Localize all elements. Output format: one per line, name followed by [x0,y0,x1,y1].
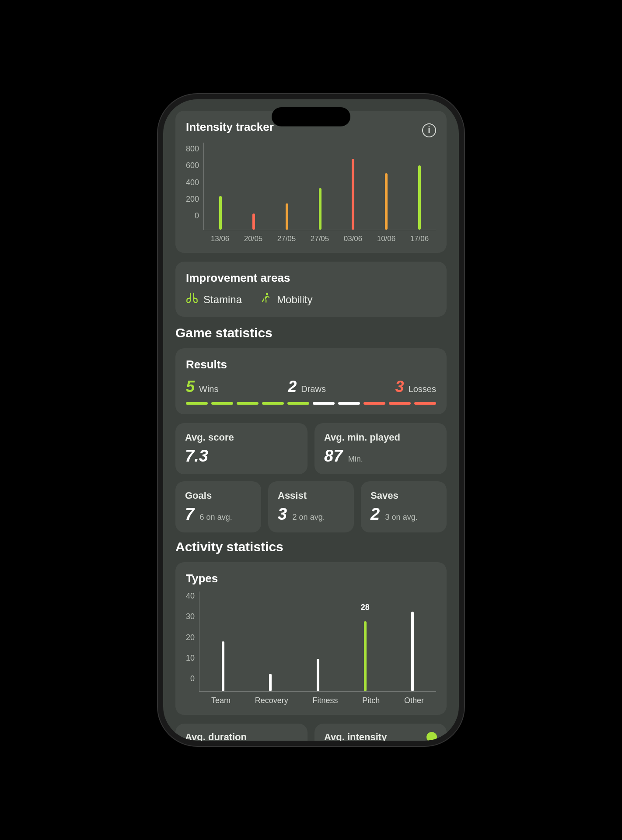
avg-min-title: Avg. min. played [324,432,437,443]
saves-sub: 3 on avg. [385,513,418,522]
result-segment [414,402,436,405]
y-tick: 10 [186,654,195,663]
x-tick: 13/06 [211,234,230,243]
activity-types-title: Types [186,572,436,585]
x-tick: 17/06 [410,234,429,243]
intensity-tracker-card: Intensity tracker i 8006004002000 13/062… [175,111,447,253]
intensity-bar[interactable] [352,159,354,230]
y-tick: 30 [186,612,195,621]
results-title: Results [186,358,436,371]
x-tick: Team [211,696,231,705]
svg-point-0 [266,293,268,295]
wins-value: 5 [186,378,195,396]
improvement-area-stamina[interactable]: Stamina [186,292,242,307]
types-bar [411,612,414,691]
results-wins: 5 Wins [186,378,218,396]
avg-min-value: 87 [324,447,342,466]
y-tick: 200 [186,195,199,204]
intensity-bar[interactable] [385,173,388,230]
losses-label: Losses [409,384,436,394]
improvement-area-mobility[interactable]: Mobility [259,292,312,307]
types-bar [317,659,319,691]
activity-types-chart: 403020100 28 TeamRecoveryFitnessPitchOth… [186,592,436,705]
saves-value: 2 [370,505,380,524]
avg-score-value: 7.3 [185,447,208,466]
result-segment [186,402,208,405]
result-segment [389,402,411,405]
intensity-bars [203,143,436,230]
assist-card: Assist 3 2 on avg. [268,481,354,532]
types-bars: 28 [199,592,436,692]
improvement-areas-title: Improvement areas [186,271,436,285]
draws-value: 2 [288,378,297,396]
x-tick: Recovery [255,696,288,705]
results-draws: 2 Draws [288,378,326,396]
intensity-y-axis: 8006004002000 [186,143,199,220]
types-bar-wrap[interactable] [317,592,319,691]
intensity-x-axis: 13/0620/0527/0527/0503/0610/0617/06 [203,234,436,243]
saves-title: Saves [370,490,437,501]
types-y-axis: 403020100 [186,592,195,683]
goals-value: 7 [185,505,194,524]
x-tick: Fitness [312,696,338,705]
intensity-bar[interactable] [286,203,288,230]
x-tick: 03/06 [344,234,363,243]
types-x-axis: TeamRecoveryFitnessPitchOther [199,696,436,705]
types-bar-wrap[interactable] [269,592,272,691]
types-bar [364,621,367,691]
y-tick: 400 [186,178,199,187]
info-icon[interactable]: i [422,123,436,137]
x-tick: 10/06 [377,234,396,243]
game-statistics-heading: Game statistics [175,326,447,340]
improvement-areas-card: Improvement areas Stamina Mobility [175,262,447,317]
types-bar [222,641,224,691]
avg-intensity-card: Avg. intensity [314,724,447,741]
intensity-bar[interactable] [319,188,321,230]
screen[interactable]: Intensity tracker i 8006004002000 13/062… [163,99,459,741]
goals-sub: 6 on avg. [200,513,232,522]
assist-sub: 2 on avg. [293,513,325,522]
avg-intensity-title: Avg. intensity [324,732,387,741]
draws-label: Draws [301,384,326,394]
results-segments [186,402,436,405]
goals-card: Goals 7 6 on avg. [175,481,261,532]
result-segment [237,402,259,405]
y-tick: 20 [186,633,195,642]
y-tick: 0 [186,674,195,683]
bar-value-label: 28 [361,603,370,612]
assist-title: Assist [278,490,344,501]
x-tick: Pitch [362,696,380,705]
x-tick: 20/05 [244,234,263,243]
intensity-chart: 8006004002000 13/0620/0527/0527/0503/061… [186,143,436,243]
avg-duration-title: Avg. duration [185,732,247,741]
wins-label: Wins [199,384,218,394]
activity-types-card: Types 403020100 28 TeamRecoveryFitnessPi… [175,562,447,715]
activity-statistics-heading: Activity statistics [175,539,447,554]
intensity-bar[interactable] [252,214,255,230]
intensity-bar[interactable] [219,196,222,230]
x-tick: Other [404,696,424,705]
dynamic-island [272,107,350,126]
types-bar-wrap[interactable]: 28 [364,592,367,691]
result-segment [363,402,385,405]
avg-score-card: Avg. score 7.3 [175,423,308,474]
saves-card: Saves 2 3 on avg. [361,481,447,532]
results-losses: 3 Losses [395,378,436,396]
runner-icon [259,292,272,307]
avg-min-played-card: Avg. min. played 87 Min. [314,423,447,474]
result-segment [287,402,309,405]
types-bar [269,674,272,691]
types-bar-wrap[interactable] [411,592,414,691]
y-tick: 0 [186,211,199,220]
result-segment [211,402,233,405]
avg-duration-card: Avg. duration [175,724,308,741]
results-card: Results 5 Wins 2 Draws 3 Losses [175,348,447,414]
y-tick: 40 [186,592,195,601]
lungs-icon [186,292,198,307]
types-bar-wrap[interactable] [222,592,224,691]
result-segment [338,402,360,405]
goals-title: Goals [185,490,252,501]
intensity-bar[interactable] [418,165,421,230]
result-segment [313,402,335,405]
losses-value: 3 [395,378,404,396]
